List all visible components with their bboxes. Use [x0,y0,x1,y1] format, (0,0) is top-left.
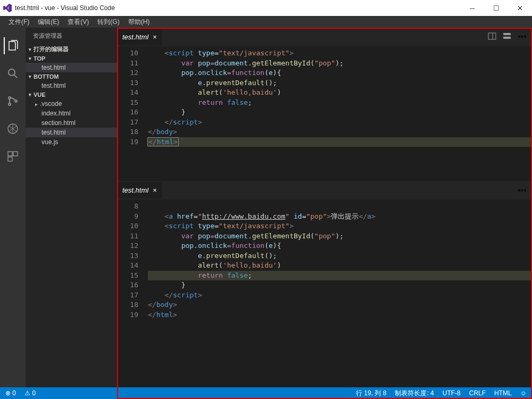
vue-item-3[interactable]: vue.js [26,137,117,147]
section-bottom[interactable]: ▾BOTTOM [26,72,117,81]
tab-label: test.html [122,33,148,41]
section-open-editors[interactable]: ▾打开的编辑器 [26,44,117,54]
vue-item-0[interactable]: index.html [26,109,117,118]
status-errors[interactable]: ⊗ 0 [3,389,18,397]
svg-rect-10 [503,37,511,39]
more-icon[interactable]: ••• [518,32,527,43]
svg-rect-7 [8,157,12,161]
close-icon[interactable]: × [153,33,157,41]
status-warnings[interactable]: ⚠ 0 [22,389,38,397]
bottom-item-0[interactable]: test.html [26,81,117,90]
svg-rect-9 [503,33,511,35]
search-icon[interactable] [4,65,21,82]
menu-view[interactable]: 查看(V) [63,18,93,27]
code-editor-bottom[interactable]: 8910111213141516171819 <a href="http://w… [117,200,532,322]
status-language[interactable]: HTML [492,389,514,397]
editor-area: test.html × ••• 10111213141516171819 <sc… [117,28,532,387]
svg-rect-8 [488,33,496,39]
window-title: test.html - vue - Visual Studio Code [15,4,115,12]
status-tabsize[interactable]: 制表符长度: 4 [393,389,436,398]
scm-icon[interactable] [4,93,21,110]
menu-edit[interactable]: 编辑(E) [34,18,63,27]
debug-icon[interactable] [4,120,21,137]
minimize-button[interactable]: ─ [460,0,484,16]
section-top[interactable]: ▾TOP [26,54,117,63]
statusbar: ⊗ 0 ⚠ 0 行 19, 列 8 制表符长度: 4 UTF-8 CRLF HT… [0,387,532,399]
code-editor-top[interactable]: 10111213141516171819 <script type="text/… [117,46,532,149]
vue-folder[interactable]: .vscode [26,99,117,109]
tab-bottom[interactable]: test.html × [117,182,162,198]
svg-rect-6 [13,152,18,156]
maximize-button[interactable]: ☐ [484,0,508,16]
sidebar-title: 资源管理器 [26,28,117,44]
split-editor-icon[interactable] [488,32,496,43]
svg-rect-5 [8,152,12,156]
activitybar [0,28,26,387]
svg-point-2 [9,103,11,105]
more-icon[interactable]: ••• [518,186,527,195]
layout-icon[interactable] [503,32,511,43]
editor-group-bottom: test.html × ••• 8910111213141516171819 <… [117,181,532,322]
top-item-0[interactable]: test.html [26,63,117,72]
section-vue[interactable]: ▾VUE [26,90,117,99]
explorer-icon[interactable] [4,37,21,54]
menu-goto[interactable]: 转到(G) [93,18,123,27]
status-cursor[interactable]: 行 19, 列 8 [354,389,388,398]
close-icon[interactable]: × [153,186,157,194]
menu-file[interactable]: 文件(F) [4,18,34,27]
feedback-icon[interactable]: ☺ [518,389,529,397]
extensions-icon[interactable] [4,148,21,165]
tab-label: test.html [122,186,148,194]
menu-help[interactable]: 帮助(H) [124,18,154,27]
editor-group-top: test.html × ••• 10111213141516171819 <sc… [117,28,532,149]
menubar: 文件(F) 编辑(E) 查看(V) 转到(G) 帮助(H) [0,16,532,28]
sidebar-explorer: 资源管理器 ▾打开的编辑器 ▾TOP test.html ▾BOTTOM tes… [26,28,117,387]
status-encoding[interactable]: UTF-8 [440,389,463,397]
vs-logo-icon [3,4,12,12]
vue-item-2[interactable]: test.html [26,128,117,137]
status-eol[interactable]: CRLF [467,389,488,397]
svg-point-1 [9,97,11,99]
tab-top[interactable]: test.html × [117,29,162,45]
close-window-button[interactable]: ✕ [508,0,532,16]
vue-item-1[interactable]: section.html [26,118,117,128]
svg-point-0 [9,69,15,76]
titlebar: test.html - vue - Visual Studio Code ─ ☐… [0,0,532,16]
